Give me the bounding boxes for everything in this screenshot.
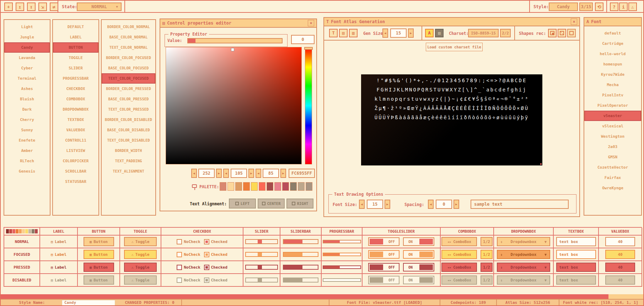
text-mode-button[interactable]: T [329, 29, 338, 37]
list-item[interactable]: BASE_COLOR_NORMAL [102, 32, 155, 42]
list-item[interactable]: Jungle [4, 32, 50, 42]
palette-swatch[interactable] [259, 182, 265, 191]
textbox-sample[interactable]: text box [556, 263, 596, 272]
style-name-button[interactable]: Candy [549, 2, 578, 11]
checkbox-box[interactable] [204, 265, 209, 270]
list-item[interactable]: Dark [4, 104, 50, 115]
checkbox-box[interactable] [204, 278, 209, 283]
toggle-sample[interactable]: ⚠Toggle [124, 250, 157, 259]
sliderbar-sample[interactable] [283, 252, 318, 257]
red-decrease-button[interactable]: ◀ [191, 169, 197, 178]
list-item[interactable]: TEXT_COLOR_PRESSED [102, 104, 155, 115]
load-style-button[interactable]: ↥ [16, 2, 24, 11]
clear-image-button[interactable]: ▤ [339, 29, 348, 37]
shapes-rec-empty-button[interactable] [567, 29, 576, 37]
list-item[interactable]: LISTVIEW [53, 146, 98, 156]
checkbox-box[interactable] [204, 239, 209, 244]
new-style-button[interactable]: + [4, 2, 13, 11]
toggleslider-handle[interactable] [370, 264, 383, 270]
style-name-input[interactable]: Candy [62, 300, 115, 306]
list-item[interactable]: PixelOperator [584, 100, 641, 111]
list-item[interactable]: Ashes [4, 84, 50, 94]
button-sample[interactable]: ▦Button [84, 237, 114, 246]
list-item[interactable]: Fairfax [584, 173, 641, 183]
list-item[interactable]: VALUEBOX [53, 125, 98, 135]
slider-handle[interactable] [258, 278, 262, 282]
spacing-increase[interactable]: ▶ [454, 200, 459, 209]
palette-swatch[interactable] [220, 182, 226, 191]
checkbox-box[interactable] [177, 252, 182, 257]
list-item[interactable]: TEXT_COLOR_DISABLED [102, 135, 155, 146]
list-item[interactable]: Bluish [4, 94, 50, 104]
list-item[interactable]: Kyrou7Wide [584, 69, 641, 80]
color-picker-handle[interactable] [231, 48, 234, 51]
toggleslider-on-sample[interactable]: ON [403, 263, 434, 271]
list-item[interactable]: PixelIntv [584, 90, 641, 100]
list-item[interactable]: SLIDER [53, 63, 98, 73]
textbox-sample[interactable]: text box [556, 237, 596, 246]
palette-swatch[interactable] [35, 229, 38, 233]
list-item[interactable]: Sunny [4, 125, 50, 135]
value-box[interactable]: 0 [291, 35, 315, 44]
palette-swatch[interactable] [32, 229, 34, 233]
palette-swatch[interactable] [22, 229, 25, 233]
save-style-button[interactable]: ↧ [27, 2, 36, 11]
red-value-box[interactable]: 252 [198, 169, 215, 178]
list-item[interactable]: v5loxical [584, 121, 641, 131]
hex-value-box[interactable]: FC6955FF [289, 169, 315, 178]
toggle-sample[interactable]: ⚠Toggle [124, 237, 157, 246]
checkbox-unchecked-sample[interactable]: NoCheck [177, 239, 200, 244]
valuebox-sample[interactable]: 40 [605, 263, 635, 272]
palette-swatch[interactable] [19, 229, 22, 233]
list-item[interactable]: DROPDOWNBOX [53, 104, 98, 115]
list-item[interactable]: CozetteVector [584, 162, 641, 173]
valuebox-sample[interactable]: 40 [605, 237, 635, 246]
palette-swatch[interactable] [267, 182, 273, 191]
list-item[interactable]: BASE_COLOR_FOCUSED [102, 63, 155, 73]
spacing-box[interactable]: 0 [436, 200, 452, 209]
list-item[interactable]: CHECKBOX [53, 84, 98, 94]
palette-swatch[interactable] [9, 229, 12, 233]
toggleslider-off-sample[interactable]: OFF [368, 276, 399, 284]
toggleslider-handle[interactable] [370, 239, 383, 244]
palette-swatch[interactable] [12, 229, 15, 233]
list-item[interactable]: BUTTON [53, 42, 98, 53]
list-item[interactable]: Westington [584, 131, 641, 142]
slider-handle[interactable] [258, 265, 262, 269]
textbox-sample[interactable]: text box [556, 250, 596, 259]
green-decrease-button[interactable]: ◀ [223, 169, 229, 178]
list-item[interactable]: SCROLLBAR [53, 166, 98, 176]
hue-handle[interactable] [304, 47, 313, 50]
checkbox-box[interactable] [177, 265, 182, 270]
textbox-sample[interactable]: text box [556, 275, 596, 285]
palette-swatch[interactable] [16, 229, 18, 233]
combobox-counter[interactable]: 1/2 [481, 237, 493, 246]
spacing-decrease[interactable]: ◀ [428, 200, 434, 209]
align-center-button[interactable]: CENTER [258, 199, 285, 209]
sample-text-input[interactable]: sample text [471, 200, 569, 209]
value-slider[interactable] [187, 38, 283, 43]
sliderbar-sample[interactable] [283, 265, 318, 270]
valuebox-sample[interactable]: 40 [605, 250, 635, 259]
align-left-button[interactable]: LEFT [229, 199, 256, 209]
hue-bar[interactable] [305, 47, 312, 164]
list-item[interactable]: COMBOBOX [53, 94, 98, 104]
list-item[interactable]: PROGRESSBAR [53, 73, 98, 84]
toggleslider-handle[interactable] [419, 252, 433, 257]
blue-value-box[interactable]: 85 [263, 169, 279, 178]
dropdownbox-sample[interactable]: ⇕Dropdownbox▼ [497, 237, 550, 246]
dropdownbox-sample[interactable]: ⇕Dropdownbox▼ [497, 263, 550, 272]
gen-size-increase[interactable]: ▶ [408, 28, 414, 38]
shapes-rec-corner-button[interactable] [548, 29, 557, 37]
slider-sample[interactable] [245, 239, 278, 244]
checkbox-box[interactable] [177, 239, 182, 244]
palette-swatch[interactable] [235, 182, 242, 191]
font-size-increase[interactable]: ▶ [385, 200, 390, 209]
checkbox-box[interactable] [177, 278, 182, 283]
export-image-button[interactable]: ▥ [349, 29, 358, 37]
list-item[interactable]: STATUSBAR [53, 176, 98, 187]
gen-size-decrease[interactable]: ◀ [382, 28, 388, 38]
slider-sample[interactable] [245, 278, 278, 283]
info-button[interactable]: i [619, 2, 628, 11]
list-item[interactable]: BORDER_COLOR_NORMAL [102, 22, 155, 32]
